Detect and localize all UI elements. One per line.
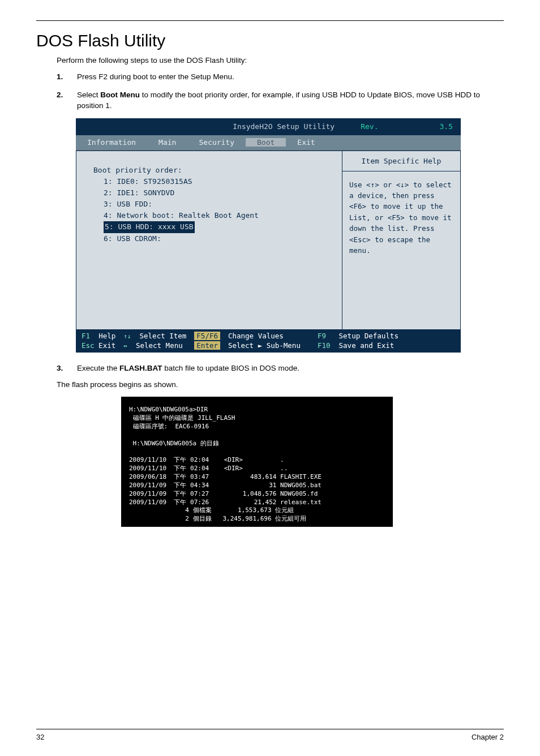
dos-figure: H:\NDWG0\NDWG005a>DIR 磁碟區 H 中的磁碟是 JILL_F…: [121, 397, 393, 527]
lbl-submenu: Select ► Sub-Menu: [228, 341, 301, 351]
bios-footer: F1 Help Esc Exit ↑↓ Select Item ↔ Select…: [76, 330, 461, 353]
bios-body: Boot priority order: 1: IDE0: ST9250315A…: [76, 150, 461, 330]
help-body: Use <↑> or <↓> to select a device, then …: [342, 171, 460, 264]
boot-priority-heading: Boot priority order:: [93, 165, 332, 176]
lbl-select2: Select: [136, 341, 161, 350]
step-text: Select Boot Menu to modify the boot prio…: [77, 89, 504, 111]
key-f9: F9: [318, 332, 326, 340]
lbl-setup-defaults: Setup Defaults: [339, 332, 398, 340]
footer-rule: [36, 729, 504, 729]
lbl-item: Item: [169, 332, 186, 340]
key-f10: F10: [318, 341, 331, 350]
steps-list-2: 3. Execute the FLASH.BAT batch file to u…: [57, 363, 504, 374]
key-leftright-icon: ↔: [123, 342, 127, 350]
bios-title: InsydeH2O Setup Utility: [207, 122, 361, 131]
key-esc: Esc: [82, 341, 95, 350]
step-text: Execute the FLASH.BAT batch file to upda…: [77, 363, 299, 374]
lbl-save-exit: Save and Exit: [339, 341, 395, 350]
steps-list: 1. Press F2 during boot to enter the Set…: [57, 71, 504, 111]
tab-exit[interactable]: Exit: [286, 138, 326, 147]
help-heading: Item Specific Help: [342, 151, 460, 171]
lbl-select: Select: [140, 332, 165, 340]
step-number: 2.: [57, 89, 67, 111]
step-3: 3. Execute the FLASH.BAT batch file to u…: [57, 363, 504, 374]
footer-chapter: Chapter 2: [472, 733, 504, 741]
boot-item[interactable]: 1: IDE0: ST9250315AS: [104, 176, 332, 187]
tab-boot[interactable]: Boot: [246, 138, 286, 147]
bios-header: InsydeH2O Setup Utility Rev. 3.5: [76, 118, 461, 135]
lbl-change-values: Change Values: [228, 332, 301, 341]
bios-help-pane: Item Specific Help Use <↑> or <↓> to sel…: [342, 151, 461, 330]
boot-item[interactable]: 4: Network boot: Realtek Boot Agent: [104, 210, 332, 221]
boot-item[interactable]: 3: USB FDD:: [104, 199, 332, 210]
bios-figure: InsydeH2O Setup Utility Rev. 3.5 Informa…: [76, 118, 461, 353]
bios-left-pane: Boot priority order: 1: IDE0: ST9250315A…: [76, 151, 342, 330]
tab-information[interactable]: Information: [76, 138, 147, 147]
intro-text: Perform the following steps to use the D…: [57, 56, 504, 65]
step-1: 1. Press F2 during boot to enter the Set…: [57, 71, 504, 83]
bios-rev-value: 3.5: [430, 122, 461, 131]
step-2: 2. Select Boot Menu to modify the boot p…: [57, 89, 504, 111]
tab-main[interactable]: Main: [147, 138, 187, 147]
key-f5f6: F5/F6: [194, 332, 220, 340]
step-number: 1.: [57, 71, 67, 83]
tab-security[interactable]: Security: [187, 138, 246, 147]
page-root: DOS Flash Utility Perform the following …: [0, 0, 540, 756]
top-rule: [36, 20, 504, 21]
step-text: Press F2 during boot to enter the Setup …: [77, 71, 234, 83]
bios-rev-label: Rev.: [361, 122, 430, 131]
step-number: 3.: [57, 363, 67, 374]
dos-content: H:\NDWG0\NDWG005a>DIR 磁碟區 H 中的磁碟是 JILL_F…: [129, 406, 322, 522]
key-enter: Enter: [194, 341, 220, 350]
bios-tabs: Information Main Security Boot Exit: [76, 135, 461, 150]
page-title: DOS Flash Utility: [36, 31, 504, 50]
lbl-help: Help: [98, 332, 115, 340]
key-updown-icon: ↑↓: [123, 333, 131, 340]
key-f1: F1: [82, 332, 90, 340]
lbl-exit: Exit: [98, 341, 115, 350]
post-step-text: The flash process begins as shown.: [57, 380, 504, 389]
boot-item[interactable]: 6: USB CDROM:: [104, 233, 332, 244]
lbl-menu: Menu: [166, 341, 183, 350]
boot-item-selected[interactable]: 5: USB HDD: xxxx USB: [104, 221, 332, 233]
page-footer: 32 Chapter 2: [36, 729, 504, 741]
boot-item[interactable]: 2: IDE1: SONYDVD: [104, 187, 332, 199]
footer-page-number: 32: [36, 733, 44, 741]
